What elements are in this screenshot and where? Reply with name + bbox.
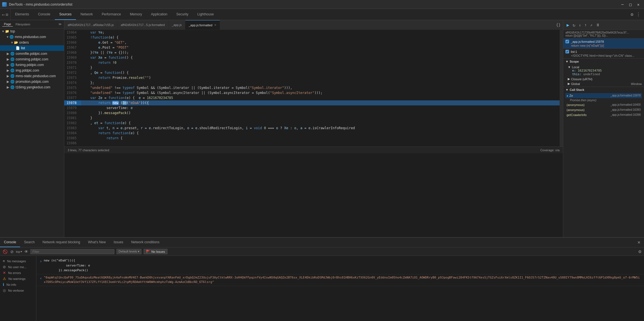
- debug-step-btn[interactable]: ↗: [589, 22, 593, 28]
- console-filter-input[interactable]: [30, 249, 114, 254]
- tab-security[interactable]: Security: [172, 9, 193, 20]
- tab-elements[interactable]: Elements: [11, 9, 34, 20]
- debug-pause-btn[interactable]: ⏸: [595, 22, 601, 28]
- call-stack-header[interactable]: ▼ Call Stack: [563, 87, 644, 93]
- tree-item-promotion[interactable]: ▶ 🌐 promotion.pddpic.com: [0, 79, 64, 84]
- tree-item-commimg[interactable]: ▶ 🌐 commimg.pddpic.com: [0, 56, 64, 62]
- editor-tab-2[interactable]: aff42d541fc1717...5.js:formatted: [117, 20, 169, 30]
- scope-local-header[interactable]: ▼ Local: [568, 65, 642, 69]
- console-eye-icon[interactable]: 👁: [24, 249, 28, 254]
- console-tab-whats-new[interactable]: What's New: [84, 238, 110, 247]
- code-line-15979: 15979 serverTime: e: [64, 105, 560, 110]
- editor-format-icon[interactable]: {}: [556, 23, 561, 27]
- tree-item-file-list[interactable]: 📄 list: [0, 45, 64, 51]
- console-clear-icon[interactable]: 🚫: [2, 249, 8, 254]
- scope-global-header[interactable]: ▶ Global Window: [568, 82, 642, 86]
- breakpoint-checkbox-1[interactable]: [565, 40, 569, 43]
- filter-no-errors[interactable]: ✕ No errors: [0, 270, 36, 276]
- maximize-button[interactable]: □: [629, 2, 631, 7]
- tab-lighthouse[interactable]: Lighthouse: [193, 9, 218, 20]
- top-toolbar: ⟵ ⊡ Elements Console Sources Network Per…: [0, 9, 644, 20]
- scope-header[interactable]: ▼ Scope: [563, 59, 644, 64]
- debug-panel: ▶ ↻ ↓ ↑ ↗ ⏸ aff42d541fc171735b4f87fbf625…: [563, 20, 644, 237]
- filter-no-verbose[interactable]: ◎ No verbose: [0, 287, 36, 293]
- line-number: 15983: [64, 126, 81, 131]
- editor-tabs-bar: aff42d541fc1717...af5bdac7c55.js aff42d5…: [64, 20, 563, 30]
- debug-step-over-btn[interactable]: ↻: [572, 22, 577, 28]
- console-filter-icon[interactable]: ⊘: [10, 249, 14, 254]
- response-arrow-icon[interactable]: ‹: [40, 275, 42, 281]
- no-issues-badge[interactable]: 🚩 No Issues: [144, 249, 167, 254]
- tree-item-folder-orders[interactable]: ▾ 📂 orders: [0, 40, 64, 45]
- error-icon: ✕: [3, 271, 6, 275]
- line-code: }).messagePack(): [81, 110, 560, 115]
- input-arrow-icon[interactable]: ›: [40, 258, 42, 264]
- console-tab-console[interactable]: Console: [0, 238, 20, 247]
- code-line-15973: 15973 return Promise.resolve(""): [64, 75, 560, 80]
- flag-icon: 🚩: [146, 250, 150, 253]
- tab-application[interactable]: Application: [146, 9, 172, 20]
- tab-console[interactable]: Console: [34, 9, 55, 20]
- devtools-back-icon[interactable]: ⟵: [2, 12, 4, 17]
- editor-tab-3[interactable]: _app.js: [169, 20, 185, 30]
- breakpoint-list1-item: list:1 <!DOCTYPE html><html lang="zh-CN"…: [563, 49, 644, 59]
- filter-no-warnings[interactable]: ⚠ No warnings: [0, 276, 36, 282]
- tree-item-funimg[interactable]: ▶ 🌐 funimg.pddpic.com: [0, 62, 64, 68]
- tree-item-mms-static[interactable]: ▶ 🌐 mms-static.pinduoduo.com: [0, 73, 64, 79]
- close-button[interactable]: ✕: [637, 2, 640, 7]
- domain-icon: 🌐: [10, 35, 14, 39]
- settings-icon[interactable]: ⚙: [631, 12, 633, 17]
- tree-item-commfile[interactable]: ▶ 🌐 commfile.pddpic.com: [0, 51, 64, 56]
- code-line-15970: 15970 return !0: [64, 60, 560, 65]
- filesystem-tab[interactable]: Filesystem: [14, 22, 32, 27]
- messages-icon: ≡: [3, 259, 5, 263]
- editor-scrollbar[interactable]: [560, 30, 563, 147]
- tab-sources[interactable]: Sources: [55, 9, 76, 20]
- warning-icon: ⚠: [3, 277, 6, 281]
- tab-close-icon[interactable]: ✕: [214, 23, 216, 27]
- breakpoint-checkbox-2[interactable]: [565, 50, 569, 53]
- tree-item-domain-mms[interactable]: ▾ 🌐 mms.pinduoduo.com: [0, 34, 64, 40]
- console-levels-btn[interactable]: Default levels ▾: [117, 249, 141, 254]
- tree-item-t16img[interactable]: ▶ 🌐 t16img.yangkeduo.com: [0, 84, 64, 90]
- callstack-anon1[interactable]: (anonymous) _app.js:formatted:16400: [565, 102, 642, 107]
- page-tab[interactable]: Page: [2, 22, 13, 27]
- tree-item-img[interactable]: ▶ 🌐 img.pddpic.com: [0, 68, 64, 73]
- filter-no-user-messages[interactable]: ⊘ No user me...: [0, 264, 36, 270]
- filter-no-info[interactable]: ℹ No info: [0, 282, 36, 287]
- code-line-15986: 15986: [64, 141, 560, 146]
- tree-item-top[interactable]: ▾ 📁 top: [0, 29, 64, 34]
- debug-resume-btn[interactable]: ▶: [565, 22, 570, 28]
- console-settings-icon[interactable]: ⚙: [638, 249, 642, 254]
- code-editor[interactable]: 15964 var Ye; 15965 !function(e) { 15966…: [64, 30, 563, 147]
- line-number: 15964: [64, 30, 81, 35]
- more-options-icon[interactable]: ⋮: [636, 12, 641, 17]
- devtools-dock-icon[interactable]: ⊡: [6, 12, 8, 17]
- console-messages-area[interactable]: › new (n("eDaA"))({ serverTime: e }).mes…: [36, 256, 644, 321]
- callstack-anon2[interactable]: (anonymous) _app.js:formatted:16393: [565, 107, 642, 112]
- domain-icon-promotion: 🌐: [10, 80, 15, 84]
- tab-network[interactable]: Network: [76, 9, 97, 20]
- callstack-getcrawlerinfo[interactable]: getCrawlerInfo _app.js:formatted:16398: [565, 112, 642, 117]
- scope-this-var: this: undefined: [572, 72, 642, 76]
- console-tab-network-conditions[interactable]: Network conditions: [127, 238, 163, 247]
- tree-more-icon[interactable]: ≫: [58, 22, 62, 26]
- console-tab-issues[interactable]: Issues: [110, 238, 127, 247]
- scope-closure-header[interactable]: ▶ Closure (uR7H): [568, 77, 642, 81]
- tab-performance[interactable]: Performance: [97, 9, 126, 20]
- filter-no-messages[interactable]: ≡ No messages: [0, 258, 36, 264]
- editor-tab-4-active[interactable]: _app.js:formatted ✕: [185, 20, 220, 30]
- debug-step-out-btn[interactable]: ↑: [583, 22, 588, 28]
- call-stack-section: ▼ Call Stack ● Ze _app.js:formatted:1597…: [563, 87, 644, 118]
- line-code: e.Get = "GET",: [81, 40, 560, 45]
- tab-memory[interactable]: Memory: [126, 9, 146, 20]
- console-tab-search[interactable]: Search: [20, 238, 39, 247]
- callstack-ze[interactable]: ● Ze _app.js:formatted:15978: [565, 93, 642, 98]
- minimize-button[interactable]: ─: [621, 2, 624, 7]
- console-top-select[interactable]: top ▾: [16, 250, 22, 253]
- editor-tab-1[interactable]: aff42d541fc1717...af5bdac7c55.js: [64, 20, 117, 30]
- console-close-btn[interactable]: ✕: [634, 238, 644, 247]
- domain-icon-commimg: 🌐: [10, 57, 15, 61]
- console-tab-network-blocking[interactable]: Network request blocking: [39, 238, 84, 247]
- debug-step-into-btn[interactable]: ↓: [577, 22, 582, 28]
